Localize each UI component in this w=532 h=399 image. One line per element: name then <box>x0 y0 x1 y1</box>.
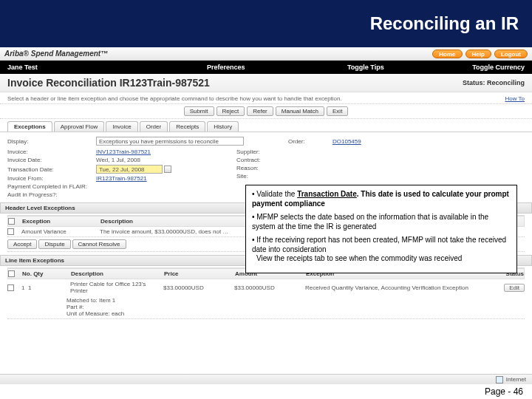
callout-bullet-3: • If the receiving report has not been c… <box>252 236 511 264</box>
status-label: Status: <box>463 79 485 86</box>
header-exceptions-title: Header Level Exceptions <box>5 205 75 211</box>
tab-bar: Exceptions Approval Flow Invoice Order R… <box>0 119 532 132</box>
brand-label: Ariba® Spend Management™ <box>4 50 108 58</box>
col-price: Price <box>164 270 231 277</box>
audit-label: Audit in Progress?: <box>7 191 96 198</box>
internet-zone-text: Internet <box>506 376 526 383</box>
supplier-label: Supplier: <box>236 149 281 155</box>
line-select-all-checkbox[interactable] <box>8 270 15 277</box>
slide-footer: Page - 46 <box>0 384 532 399</box>
select-all-checkbox[interactable] <box>8 218 15 225</box>
col-exception: Exception <box>22 218 96 225</box>
payment-completed-label: Payment Completed in FLAIR: <box>7 183 103 190</box>
edit-button[interactable]: Edit <box>504 284 525 292</box>
order-label: Order: <box>288 138 332 145</box>
left-fields: Invoice: INV123Train-987521 Invoice Date… <box>7 147 236 200</box>
row-no: 1 <box>21 284 24 291</box>
page-title: Invoice Reconciliation IR123Train-987521 <box>7 77 210 89</box>
howto-link[interactable]: How To <box>505 95 525 102</box>
callout-b3a: • If the receiving report has not been c… <box>252 236 506 253</box>
status-value: Reconciling <box>487 79 525 86</box>
nav-preferences[interactable]: Preferences <box>207 64 245 71</box>
tab-exceptions[interactable]: Exceptions <box>7 121 52 132</box>
site-label: Site: <box>236 173 281 180</box>
nav-bar: Jane Test Preferences Toggle Tips Toggle… <box>0 61 532 74</box>
nav-toggle-tips[interactable]: Toggle Tips <box>347 64 384 71</box>
reject-button[interactable]: Reject <box>216 106 245 116</box>
tab-invoice[interactable]: Invoice <box>106 121 137 132</box>
tab-order[interactable]: Order <box>140 121 168 132</box>
home-button[interactable]: Home <box>432 50 462 58</box>
transaction-date-input[interactable]: Tue, 22 Jul, 2008 <box>96 165 163 174</box>
top-buttons: Home Help Logout <box>432 50 528 58</box>
callout-bullet-1: • Validate the Transaction Date. This da… <box>252 190 511 208</box>
help-button[interactable]: Help <box>466 50 491 58</box>
row-exception-name: Amount Variance <box>21 228 95 235</box>
line-exceptions-grid: No. Qty Description Price Amount Excepti… <box>7 267 525 319</box>
refer-button[interactable]: Refer <box>247 106 273 116</box>
submit-button[interactable]: Submit <box>184 106 214 116</box>
calendar-icon[interactable] <box>164 166 171 173</box>
action-row: Submit Reject Refer Manual Match Exit <box>0 104 532 119</box>
tab-receipts[interactable]: Receipts <box>169 121 205 132</box>
accept-button[interactable]: Accept <box>7 239 37 249</box>
callout-bullet-2: • MFMP selects the date based on the inf… <box>252 213 511 231</box>
instruction-text: Select a header or line item exception a… <box>7 95 342 102</box>
instruction-callout: • Validate the Transaction Date. This da… <box>245 185 517 273</box>
tab-history[interactable]: History <box>207 121 239 132</box>
row-qty: 1 <box>28 284 31 291</box>
invoice-from-label: Invoice From: <box>7 175 96 182</box>
contract-label: Contract: <box>236 157 281 163</box>
callout-b1-prefix: • Validate the <box>252 190 297 198</box>
line-item-row: 1 1 Printer Cable for Office 123's Print… <box>7 279 525 296</box>
row-exception-desc: The invoice amount, $33.00000USD, does n… <box>100 228 228 235</box>
col-qty: Qty <box>33 270 43 277</box>
invoice-link[interactable]: INV123Train-987521 <box>96 149 151 155</box>
invoice-label: Invoice: <box>7 149 96 155</box>
row-checkbox[interactable] <box>7 228 14 235</box>
callout-b3b: View the receipts tab to see when the co… <box>252 254 462 264</box>
row-exception: Received Quantity Variance, Accounting V… <box>305 284 488 291</box>
exit-button[interactable]: Exit <box>327 106 348 116</box>
ariba-top-bar: Ariba® Spend Management™ Home Help Logou… <box>0 47 532 61</box>
dispute-button[interactable]: Dispute <box>38 239 70 249</box>
unit-of-measure: Unit of Measure: each <box>66 310 124 317</box>
callout-b1-strong: Transaction Date <box>297 190 357 198</box>
col-description: Description <box>100 218 133 225</box>
manual-match-button[interactable]: Manual Match <box>276 106 324 116</box>
slide-title-bar: Reconciling an IR <box>0 0 532 47</box>
invoice-date-label: Invoice Date: <box>7 157 96 163</box>
internet-zone-icon <box>496 376 503 383</box>
page-number: Page - 46 <box>485 386 523 397</box>
display-label: Display: <box>7 138 96 145</box>
invoice-date-value: Wed, 1 Jul, 2008 <box>96 157 140 163</box>
nav-user: Jane Test <box>7 64 38 71</box>
col-no: No. <box>22 270 32 277</box>
logout-button[interactable]: Logout <box>494 50 528 58</box>
instruction-row: Select a header or line item exception a… <box>0 92 532 104</box>
line-exceptions-title: Line Item Exceptions <box>5 257 64 264</box>
line-item-details: Matched to: Item 1 Part #: Unit of Measu… <box>7 296 525 318</box>
matched-to: Matched to: Item 1 <box>66 297 115 304</box>
col-description-li: Description <box>71 270 160 277</box>
slide-title: Reconciling an IR <box>370 13 519 34</box>
row-desc: Printer Cable for Office 123's Printer <box>70 281 159 294</box>
row-amount: $33.00000USD <box>234 284 301 291</box>
browser-statusbar: Internet <box>0 374 532 384</box>
part-number: Part #: <box>66 304 84 310</box>
page-title-bar: Invoice Reconciliation IR123Train-987521… <box>0 74 532 92</box>
invoice-from-link[interactable]: IR123Train-987521 <box>96 175 147 182</box>
order-link[interactable]: DO105459 <box>332 138 361 145</box>
cannot-resolve-button[interactable]: Cannot Resolve <box>72 239 126 249</box>
row-price: $33.00000USD <box>163 284 230 291</box>
status-badge: Status: Reconciling <box>463 79 525 86</box>
transaction-date-label: Transaction Date: <box>7 166 96 173</box>
reason-label: Reason: <box>236 165 281 171</box>
display-row: Display: Exceptions you have permissions… <box>7 137 525 146</box>
nav-toggle-currency[interactable]: Toggle Currency <box>472 64 525 71</box>
line-row-checkbox[interactable] <box>7 284 14 291</box>
display-select[interactable]: Exceptions you have permissions to recon… <box>96 137 244 146</box>
tab-approval-flow[interactable]: Approval Flow <box>54 121 105 132</box>
